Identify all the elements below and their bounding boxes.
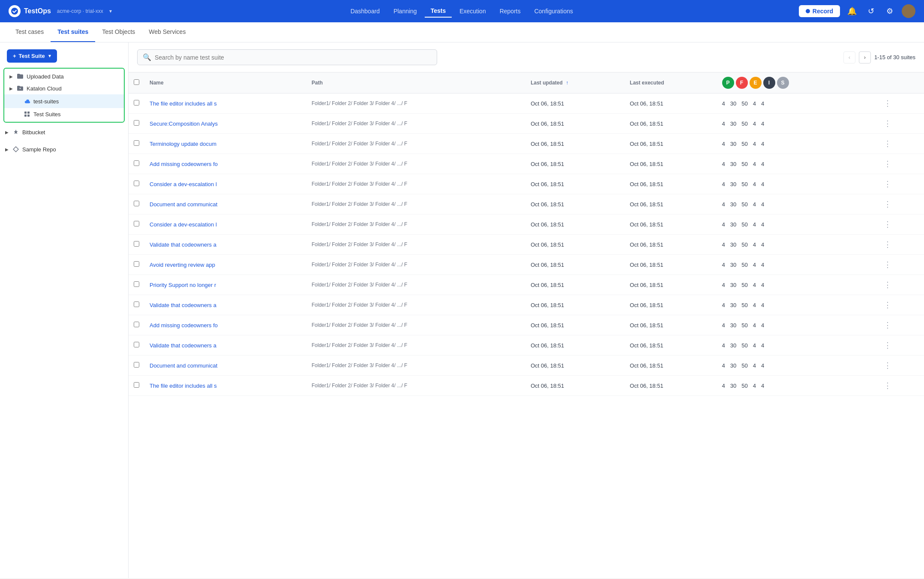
row-checkbox[interactable] (134, 120, 139, 126)
row-more-button[interactable]: ⋮ (881, 340, 894, 351)
row-checkbox[interactable] (134, 382, 139, 388)
record-button[interactable]: Record (799, 5, 840, 17)
nav-link-tests[interactable]: Tests (425, 5, 452, 18)
row-checkbox-cell[interactable] (129, 315, 144, 335)
row-checkbox[interactable] (134, 261, 139, 267)
row-checkbox-cell[interactable] (129, 295, 144, 315)
row-more-button[interactable]: ⋮ (881, 138, 894, 149)
row-more-button[interactable]: ⋮ (881, 118, 894, 129)
history-icon[interactable]: ↺ (864, 4, 878, 18)
sidebar-item-sample-repo[interactable]: ▶ Sample Repo (0, 142, 128, 157)
name-column-header[interactable]: Name (144, 72, 306, 93)
row-more-button[interactable]: ⋮ (881, 259, 894, 270)
tab-test-suites[interactable]: Test suites (51, 22, 95, 42)
nav-link-execution[interactable]: Execution (453, 5, 492, 17)
row-checkbox-cell[interactable] (129, 134, 144, 154)
suite-name[interactable]: Consider a dev-escalation l (144, 214, 306, 235)
row-more-button[interactable]: ⋮ (881, 219, 894, 230)
row-checkbox-cell[interactable] (129, 255, 144, 275)
row-checkbox-cell[interactable] (129, 376, 144, 396)
row-checkbox[interactable] (134, 241, 139, 247)
last-updated-column-header[interactable]: Last updated ↑ (525, 72, 624, 93)
row-more-button[interactable]: ⋮ (881, 279, 894, 290)
row-checkbox-cell[interactable] (129, 114, 144, 134)
sidebar-item-test-suites-folder[interactable]: ▶ Test Suites (4, 108, 124, 120)
row-checkbox-cell[interactable] (129, 214, 144, 235)
row-checkbox[interactable] (134, 281, 139, 287)
row-more-button[interactable]: ⋮ (881, 360, 894, 371)
row-checkbox[interactable] (134, 100, 139, 106)
org-dropdown-icon[interactable]: ▾ (109, 8, 112, 14)
tab-test-objects[interactable]: Test Objects (95, 22, 142, 42)
suite-name[interactable]: Avoid reverting review app (144, 255, 306, 275)
row-more-button[interactable]: ⋮ (881, 98, 894, 109)
nav-link-reports[interactable]: Reports (494, 5, 527, 17)
row-checkbox[interactable] (134, 201, 139, 206)
row-checkbox-cell[interactable] (129, 93, 144, 114)
sidebar-item-test-suites-cloud[interactable]: ▶ test-suites ··· (4, 94, 124, 108)
suite-name[interactable]: The file editor includes all s (144, 376, 306, 396)
row-checkbox[interactable] (134, 140, 139, 146)
row-checkbox-cell[interactable] (129, 275, 144, 295)
row-more-button[interactable]: ⋮ (881, 239, 894, 250)
row-checkbox-cell[interactable] (129, 356, 144, 376)
suite-name[interactable]: Priority Support no longer r (144, 275, 306, 295)
sidebar-item-label: Katalon Cloud (27, 85, 120, 92)
path-column-header[interactable]: Path (306, 72, 525, 93)
suite-name[interactable]: Document and communicat (144, 356, 306, 376)
sidebar-item-bitbucket[interactable]: ▶ Bitbucket (0, 124, 128, 140)
stat-p: 4 (722, 100, 725, 107)
suite-name[interactable]: Terminology update docum (144, 134, 306, 154)
last-executed-column-header[interactable]: Last executed (625, 72, 717, 93)
suite-name[interactable]: Validate that codeowners a (144, 335, 306, 356)
row-checkbox-cell[interactable] (129, 335, 144, 356)
suite-name[interactable]: The file editor includes all s (144, 93, 306, 114)
suite-name[interactable]: Consider a dev-escalation l (144, 174, 306, 194)
table-row: Document and communicat Folder1/ Folder … (129, 356, 924, 376)
row-more-button[interactable]: ⋮ (881, 158, 894, 169)
suite-name[interactable]: Validate that codeowners a (144, 235, 306, 255)
row-checkbox[interactable] (134, 302, 139, 307)
select-all-checkbox[interactable] (134, 79, 139, 85)
prev-page-button[interactable]: ‹ (843, 51, 855, 63)
suite-name[interactable]: Add missing codeowners fo (144, 154, 306, 174)
row-checkbox-cell[interactable] (129, 194, 144, 214)
row-checkbox-cell[interactable] (129, 174, 144, 194)
next-page-button[interactable]: › (859, 51, 871, 63)
suite-name[interactable]: Add missing codeowners fo (144, 315, 306, 335)
row-more-button[interactable]: ⋮ (881, 299, 894, 311)
sidebar-item-katalon-cloud[interactable]: ▶ Katalon Cloud (4, 82, 124, 94)
row-checkbox-cell[interactable] (129, 235, 144, 255)
row-checkbox[interactable] (134, 181, 139, 186)
row-checkbox-cell[interactable] (129, 154, 144, 174)
brand-logo[interactable]: TestOps acme-corp · trial-xxx ▾ (9, 5, 112, 17)
sidebar-item-uploaded-data[interactable]: ▶ Uploaded Data (4, 70, 124, 82)
stat-p: 4 (722, 383, 725, 389)
table-row: The file editor includes all s Folder1/ … (129, 93, 924, 114)
row-more-button[interactable]: ⋮ (881, 199, 894, 210)
resize-handle[interactable] (126, 42, 128, 578)
avatar[interactable] (902, 4, 915, 18)
row-more-button[interactable]: ⋮ (881, 380, 894, 391)
suite-name[interactable]: Validate that codeowners a (144, 295, 306, 315)
suite-name[interactable]: Document and communicat (144, 194, 306, 214)
tab-test-cases[interactable]: Test cases (9, 22, 51, 42)
search-input[interactable] (155, 54, 432, 61)
notification-icon[interactable]: 🔔 (845, 4, 859, 18)
nav-link-dashboard[interactable]: Dashboard (345, 5, 386, 17)
row-checkbox[interactable] (134, 322, 139, 327)
row-checkbox[interactable] (134, 362, 139, 368)
settings-icon[interactable]: ⚙ (883, 4, 897, 18)
suite-name[interactable]: Secure:Composition Analys (144, 114, 306, 134)
row-checkbox[interactable] (134, 221, 139, 226)
row-more-button[interactable]: ⋮ (881, 178, 894, 190)
tab-web-services[interactable]: Web Services (142, 22, 192, 42)
row-more-button[interactable]: ⋮ (881, 320, 894, 331)
row-checkbox[interactable] (134, 342, 139, 347)
select-all-header[interactable] (129, 72, 144, 93)
add-test-suite-button[interactable]: + Test Suite ▾ (7, 49, 57, 63)
nav-link-configurations[interactable]: Configurations (528, 5, 579, 17)
row-checkbox[interactable] (134, 160, 139, 166)
nav-link-planning[interactable]: Planning (387, 5, 423, 17)
search-bar[interactable]: 🔍 (137, 49, 437, 65)
